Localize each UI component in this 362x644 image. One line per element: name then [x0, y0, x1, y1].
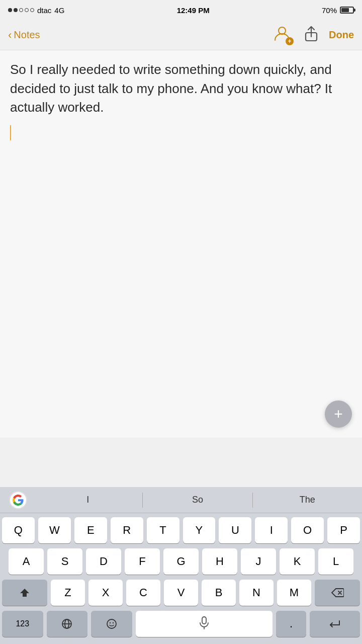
back-label: Notes — [14, 29, 40, 41]
key-o[interactable]: O — [291, 517, 324, 543]
share-button[interactable] — [305, 26, 318, 45]
key-row-4: 123 — [2, 611, 360, 637]
return-icon — [328, 619, 341, 629]
signal-dot-5 — [30, 8, 34, 12]
numbers-key[interactable]: 123 — [2, 611, 43, 637]
text-cursor — [10, 125, 11, 140]
backspace-key[interactable] — [315, 580, 360, 606]
key-b[interactable]: B — [202, 580, 236, 606]
key-l[interactable]: L — [318, 548, 353, 575]
key-k[interactable]: K — [280, 548, 315, 575]
key-row-2: A S D F G H J K L — [2, 548, 360, 575]
key-f[interactable]: F — [125, 548, 160, 575]
battery-fill — [341, 8, 349, 12]
key-i[interactable]: I — [255, 517, 288, 543]
signal-dots — [8, 8, 34, 12]
emoji-icon — [106, 618, 118, 630]
key-z[interactable]: Z — [51, 580, 85, 606]
battery-percentage: 70% — [322, 6, 337, 15]
svg-point-7 — [113, 622, 114, 623]
key-s[interactable]: S — [47, 548, 82, 575]
signal-dot-1 — [8, 8, 12, 12]
key-t[interactable]: T — [147, 517, 179, 543]
key-q[interactable]: Q — [2, 517, 35, 543]
key-v[interactable]: V — [164, 580, 198, 606]
key-g[interactable]: G — [163, 548, 199, 575]
key-y[interactable]: Y — [183, 517, 216, 543]
carrier-name: dtac — [37, 6, 51, 15]
key-row-1: Q W E R T Y U I O P — [2, 517, 360, 543]
key-u[interactable]: U — [219, 517, 251, 543]
note-content-area[interactable]: So I really needed to write something do… — [0, 50, 362, 392]
key-c[interactable]: C — [126, 580, 160, 606]
nav-bar: ‹ Notes + Done — [0, 20, 362, 50]
status-left: dtac 4G — [8, 6, 64, 15]
status-right: 70% — [322, 6, 354, 15]
status-time: 12:49 PM — [177, 6, 210, 15]
spacebar-key[interactable] — [136, 611, 273, 637]
note-body-text: So I really needed to write something do… — [10, 60, 352, 117]
svg-point-5 — [107, 619, 116, 628]
signal-dot-3 — [19, 8, 23, 12]
pred-word-1[interactable]: I — [33, 495, 142, 505]
signal-dot-4 — [25, 8, 29, 12]
google-icon — [9, 491, 27, 509]
mic-area — [199, 616, 209, 631]
key-a[interactable]: A — [9, 548, 44, 575]
emoji-key[interactable] — [91, 611, 132, 637]
shift-icon — [19, 587, 30, 598]
globe-icon — [61, 618, 73, 630]
backspace-icon — [331, 588, 344, 598]
battery-icon — [340, 7, 354, 14]
network-type: 4G — [54, 6, 64, 15]
key-w[interactable]: W — [38, 517, 71, 543]
key-row-3: Z X C V B N M — [2, 580, 360, 606]
key-j[interactable]: J — [241, 548, 276, 575]
fab-area: + — [0, 392, 362, 438]
shift-key[interactable] — [2, 580, 47, 606]
svg-rect-8 — [202, 617, 206, 624]
signal-dot-2 — [14, 8, 18, 12]
key-e[interactable]: E — [74, 517, 107, 543]
period-key[interactable]: . — [276, 611, 306, 637]
key-n[interactable]: N — [239, 580, 274, 606]
nav-back-button[interactable]: ‹ Notes — [8, 29, 40, 41]
predictive-bar: I So The — [0, 487, 362, 513]
key-m[interactable]: M — [277, 580, 311, 606]
predictive-suggestions: I So The — [33, 493, 362, 508]
key-rows: Q W E R T Y U I O P A S D F G H J K L — [0, 513, 362, 644]
google-button[interactable] — [3, 489, 33, 511]
key-r[interactable]: R — [111, 517, 143, 543]
key-x[interactable]: X — [88, 580, 123, 606]
key-h[interactable]: H — [202, 548, 237, 575]
add-fab-button[interactable]: + — [325, 400, 352, 428]
nav-actions: + Done — [274, 25, 354, 45]
mic-icon — [199, 616, 209, 629]
back-chevron-icon: ‹ — [8, 30, 12, 41]
share-icon — [305, 26, 318, 42]
pred-word-2[interactable]: So — [143, 495, 252, 505]
pred-word-3[interactable]: The — [253, 495, 362, 505]
key-d[interactable]: D — [86, 548, 121, 575]
svg-point-6 — [110, 622, 111, 623]
key-p[interactable]: P — [327, 517, 360, 543]
return-key[interactable] — [310, 611, 360, 637]
status-bar: dtac 4G 12:49 PM 70% — [0, 0, 362, 20]
keyboard: I So The Q W E R T Y U I O P A S D F G — [0, 487, 362, 644]
add-person-button[interactable]: + — [274, 25, 294, 45]
globe-key[interactable] — [47, 611, 88, 637]
add-badge-icon: + — [286, 37, 294, 45]
done-button[interactable]: Done — [329, 29, 354, 41]
svg-point-0 — [279, 27, 286, 34]
